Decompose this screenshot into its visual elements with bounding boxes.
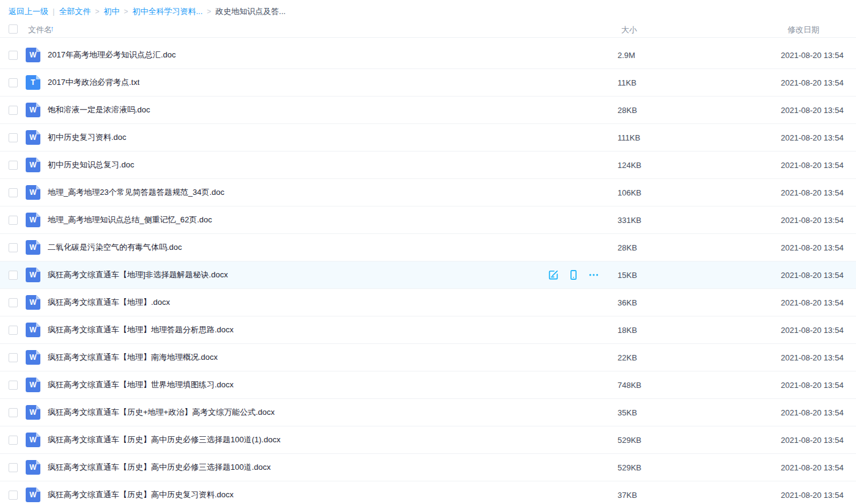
file-name-link[interactable]: 地理_高考地理知识点总结_侧重记忆_62页.doc	[48, 214, 212, 225]
file-icon-letter: W	[29, 381, 36, 389]
file-name-link[interactable]: 疯狂高考文综直通车【地理]非选择题解题秘诀.docx	[48, 269, 228, 280]
folded-corner	[36, 130, 40, 134]
row-checkbox[interactable]	[9, 243, 18, 252]
word-file-icon: W	[26, 433, 40, 447]
file-name-link[interactable]: 疯狂高考文综直通车【历史】高中历史复习资料.docx	[48, 489, 234, 500]
file-name-link[interactable]: 初中历史复习资料.doc	[48, 132, 127, 143]
row-checkbox[interactable]	[9, 106, 18, 115]
row-checkbox[interactable]	[9, 436, 18, 445]
row-checkbox[interactable]	[9, 463, 18, 472]
file-name-link[interactable]: 疯狂高考文综直通车【历史】高中历史必修三选择题100道.docx	[48, 462, 271, 473]
column-header-filename[interactable]: 文件名	[28, 24, 52, 35]
row-checkbox[interactable]	[9, 491, 18, 500]
table-row[interactable]: T 2017中考政治必背考点.txt	[0, 69, 856, 97]
file-icon-letter: W	[29, 299, 36, 306]
file-name-link[interactable]: 地理_高考地理23个常见简答题答题规范_34页.doc	[48, 187, 224, 198]
file-size: 111KB	[618, 133, 640, 142]
file-size: 331KB	[618, 216, 641, 225]
file-name-link[interactable]: 疯狂高考文综直通车【地理】世界地理填图练习.docx	[48, 379, 234, 390]
breadcrumb-link-all-files[interactable]: 全部文件	[59, 7, 90, 16]
word-file-icon: W	[26, 103, 40, 117]
more-actions-icon[interactable]	[588, 269, 599, 280]
table-row[interactable]: W 地理_高考地理知识点总结_侧重记忆_62页.doc	[0, 206, 856, 234]
row-checkbox[interactable]	[9, 51, 18, 60]
folded-corner	[36, 433, 40, 437]
select-all-checkbox[interactable]	[9, 24, 18, 34]
file-date: 2021-08-20 13:54	[781, 271, 844, 280]
row-checkbox[interactable]	[9, 188, 18, 197]
file-icon-letter: W	[29, 354, 36, 361]
file-date: 2021-08-20 13:54	[781, 491, 844, 500]
file-icon-letter: W	[29, 189, 36, 196]
file-name-link[interactable]: 疯狂高考文综直通车【地理】南海地理概况.docx	[48, 352, 218, 363]
row-checkbox[interactable]	[9, 133, 18, 142]
table-row[interactable]: W 初中历史知识总复习.doc	[0, 152, 856, 179]
file-name-link[interactable]: 初中历史知识总复习.doc	[48, 159, 135, 170]
row-checkbox[interactable]	[9, 381, 18, 390]
table-row[interactable]: W 饱和溶液一定是浓溶液吗.doc	[0, 97, 856, 124]
folded-corner	[36, 378, 40, 382]
breadcrumb-gt-separator: >	[124, 7, 128, 16]
table-row[interactable]: W 疯狂高考文综直通车【历史】高中历史必修三选择题100道.docx	[0, 454, 856, 481]
folded-corner	[36, 240, 40, 244]
word-file-icon: W	[26, 240, 40, 255]
file-size: 28KB	[618, 106, 637, 115]
word-file-icon: W	[26, 295, 40, 310]
file-name-link[interactable]: 疯狂高考文综直通车【地理】.docx	[48, 297, 170, 308]
file-size: 36KB	[618, 298, 637, 307]
file-name-link[interactable]: 疯狂高考文综直通车【历史+地理+政治】高考文综万能公式.docx	[48, 407, 275, 418]
file-size: 11KB	[618, 78, 636, 87]
row-actions	[548, 269, 599, 280]
table-row[interactable]: W 疯狂高考文综直通车【历史+地理+政治】高考文综万能公式.docx	[0, 399, 856, 426]
file-size: 18KB	[618, 326, 637, 335]
save-to-phone-icon[interactable]	[568, 269, 579, 280]
breadcrumb-link-junior-high[interactable]: 初中	[103, 7, 119, 16]
file-list: W 2017年高考地理必考知识点总汇.doc	[0, 38, 856, 504]
column-header-size[interactable]: 大小	[621, 24, 637, 35]
row-checkbox[interactable]	[9, 353, 18, 362]
row-checkbox[interactable]	[9, 298, 18, 307]
file-name-link[interactable]: 疯狂高考文综直通车【地理】地理答题分析思路.docx	[48, 324, 234, 335]
table-row[interactable]: W 初中历史复习资料.doc	[0, 124, 856, 152]
row-checkbox[interactable]	[9, 408, 18, 417]
table-row[interactable]: W 疯狂高考文综直通车【历史】高中历史必修三选择题100道(1).docx	[0, 426, 856, 454]
row-checkbox[interactable]	[9, 326, 18, 335]
breadcrumb-current-folder: 政史地知识点及答...	[215, 7, 286, 16]
breadcrumb-back-link[interactable]: 返回上一级	[9, 7, 48, 16]
table-row[interactable]: W 疯狂高考文综直通车【地理】世界地理填图练习.docx	[0, 371, 856, 399]
file-size: 37KB	[618, 491, 637, 500]
folded-corner	[36, 323, 40, 327]
file-date: 2021-08-20 13:54	[781, 326, 844, 335]
column-header-date[interactable]: 修改日期	[788, 24, 819, 35]
table-row[interactable]: W 疯狂高考文综直通车【地理】南海地理概况.docx	[0, 344, 856, 371]
text-file-icon: T	[26, 75, 40, 90]
file-icon-letter: T	[31, 79, 35, 86]
file-date: 2021-08-20 13:54	[781, 216, 844, 225]
word-file-icon: W	[26, 350, 40, 365]
word-file-icon: W	[26, 130, 40, 145]
sort-ascending-icon[interactable]: ↑	[50, 24, 54, 33]
table-row[interactable]: W 疯狂高考文综直通车【地理】地理答题分析思路.docx	[0, 316, 856, 344]
folded-corner	[36, 488, 40, 492]
folded-corner	[36, 350, 40, 354]
file-name-link[interactable]: 饱和溶液一定是浓溶液吗.doc	[48, 104, 150, 115]
row-checkbox[interactable]	[9, 271, 18, 280]
file-date: 2021-08-20 13:54	[781, 78, 844, 87]
table-row[interactable]: W 二氧化碳是污染空气的有毒气体吗.doc	[0, 234, 856, 261]
row-checkbox[interactable]	[9, 78, 18, 87]
file-name-link[interactable]: 2017中考政治必背考点.txt	[48, 77, 139, 88]
row-checkbox[interactable]	[9, 216, 18, 225]
table-row[interactable]: W 疯狂高考文综直通车【历史】高中历史复习资料.docx	[0, 481, 856, 504]
table-row[interactable]: W 疯狂高考文综直通车【地理】.docx	[0, 289, 856, 316]
file-name-link[interactable]: 2017年高考地理必考知识点总汇.doc	[48, 49, 176, 60]
file-icon-letter: W	[29, 409, 36, 416]
file-name-link[interactable]: 疯狂高考文综直通车【历史】高中历史必修三选择题100道(1).docx	[48, 434, 281, 445]
file-icon-letter: W	[29, 161, 36, 169]
table-row[interactable]: W 2017年高考地理必考知识点总汇.doc	[0, 42, 856, 69]
file-name-link[interactable]: 二氧化碳是污染空气的有毒气体吗.doc	[48, 242, 182, 253]
share-icon[interactable]	[548, 269, 559, 280]
row-checkbox[interactable]	[9, 161, 18, 170]
table-row[interactable]: W 疯狂高考文综直通车【地理]非选择题解题秘诀.docx	[0, 261, 856, 289]
breadcrumb-link-study-materials[interactable]: 初中全科学习资料...	[132, 7, 202, 16]
table-row[interactable]: W 地理_高考地理23个常见简答题答题规范_34页.doc	[0, 179, 856, 206]
